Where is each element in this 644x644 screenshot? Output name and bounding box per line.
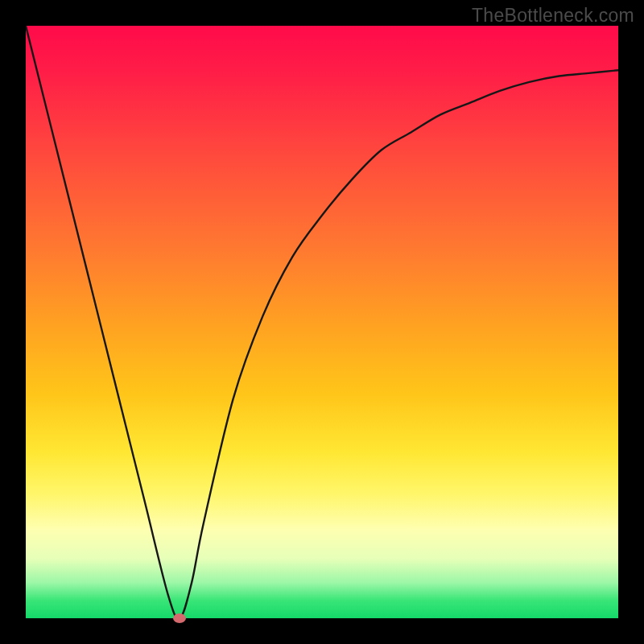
min-point-marker — [173, 613, 186, 623]
plot-area — [26, 26, 618, 618]
curve-svg — [26, 26, 618, 618]
watermark-text: TheBottleneck.com — [472, 5, 634, 27]
bottleneck-curve — [26, 26, 618, 618]
chart-frame: TheBottleneck.com — [0, 0, 644, 644]
